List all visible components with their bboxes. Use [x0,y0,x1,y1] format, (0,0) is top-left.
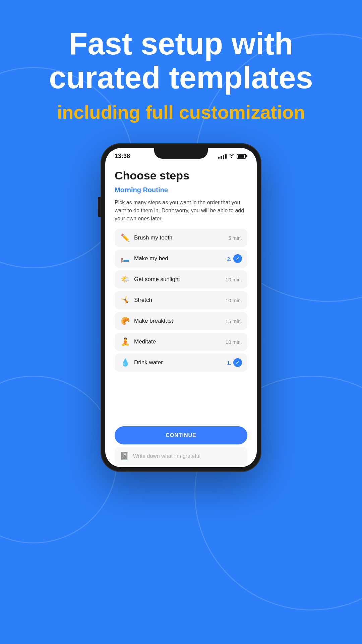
step-order: 2. [227,256,231,262]
signal-icon [218,154,227,159]
header-section: Fast setup with curated templates includ… [0,0,362,137]
step-duration: 15 min. [226,318,242,324]
list-item[interactable]: 💧 Drink water 1. ✓ [115,354,247,372]
step-left: ✏️ Brush my teeth [120,233,172,242]
phone-container: 13:38 [0,137,362,472]
partial-text: Write down what I'm grateful [133,453,200,459]
wifi-icon [229,153,235,159]
step-name: Get some sunlight [134,276,180,283]
phone-outer: 13:38 [101,143,261,472]
step-left: 🧘 Meditate [120,337,156,346]
steps-list: ✏️ Brush my teeth 5 min. 🛏️ Make my bed [115,229,247,422]
step-right: 1. ✓ [227,358,242,367]
phone-notch [154,148,208,159]
list-item[interactable]: 🥐 Make breakfast 15 min. [115,312,247,330]
checkmark-icon: ✓ [233,358,242,367]
step-left: 🥐 Make breakfast [120,317,173,325]
partial-emoji: 📓 [120,452,129,461]
step-name: Stretch [134,297,152,304]
header-title: Fast setup with curated templates [20,27,342,95]
step-emoji: 🧘 [120,337,130,346]
step-emoji: 💧 [120,358,130,367]
step-emoji: 🛏️ [120,254,130,263]
step-duration: 10 min. [226,298,242,303]
step-checked: 2. ✓ [227,254,242,263]
step-right: 10 min. [226,298,242,303]
step-right: 5 min. [228,235,242,241]
partial-list-item[interactable]: 📓 Write down what I'm grateful [115,447,247,465]
list-item[interactable]: 🤸 Stretch 10 min. [115,291,247,309]
step-duration: 10 min. [226,339,242,345]
phone-inner: 13:38 [105,148,257,467]
routine-name: Morning Routine [115,186,247,194]
step-name: Drink water [134,359,163,366]
status-time: 13:38 [115,153,130,160]
step-left: 🤸 Stretch [120,296,152,305]
step-duration: 10 min. [226,277,242,282]
header-subtitle: including full customization [20,101,342,123]
status-icons [218,153,247,159]
step-right: 2. ✓ [227,254,242,263]
checkmark-icon: ✓ [233,254,242,263]
step-right: 10 min. [226,277,242,282]
list-item[interactable]: 🛏️ Make my bed 2. ✓ [115,250,247,268]
step-duration: 5 min. [228,235,242,241]
step-checked: 1. ✓ [227,358,242,367]
step-emoji: ✏️ [120,233,130,242]
app-content: Choose steps Morning Routine Pick as man… [105,162,257,467]
step-right: 10 min. [226,339,242,345]
step-right: 15 min. [226,318,242,324]
continue-button[interactable]: CONTINUE [115,426,247,444]
list-item[interactable]: 🧘 Meditate 10 min. [115,333,247,351]
list-item[interactable]: 🌤️ Get some sunlight 10 min. [115,270,247,288]
step-left: 🌤️ Get some sunlight [120,275,180,284]
step-name: Make my bed [134,255,168,262]
step-name: Meditate [134,338,156,345]
screen-title: Choose steps [115,169,247,182]
description-text: Pick as many steps as you want in the or… [115,199,247,223]
step-order: 1. [227,360,231,366]
list-item[interactable]: ✏️ Brush my teeth 5 min. [115,229,247,247]
step-emoji: 🤸 [120,296,130,305]
step-left: 💧 Drink water [120,358,163,367]
battery-icon [237,154,247,159]
step-emoji: 🌤️ [120,275,130,284]
step-left: 🛏️ Make my bed [120,254,168,263]
step-name: Make breakfast [134,318,173,324]
step-name: Brush my teeth [134,234,172,241]
step-emoji: 🥐 [120,317,130,325]
